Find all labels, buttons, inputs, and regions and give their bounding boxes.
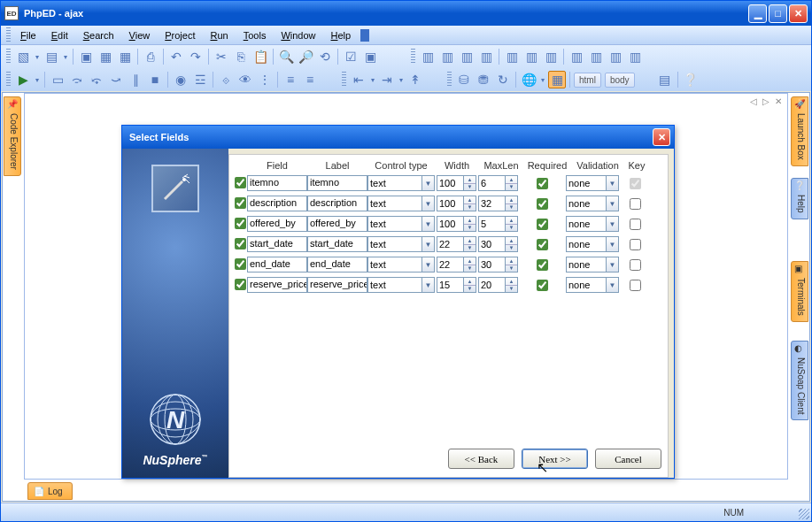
- db-refresh-icon[interactable]: ↻: [494, 71, 512, 88]
- maxlen-spinner[interactable]: ▲▼: [505, 236, 518, 252]
- breadcrumb-item[interactable]: html: [574, 73, 601, 88]
- minimize-button[interactable]: ▁: [748, 4, 767, 23]
- redo-icon[interactable]: ↷: [187, 48, 205, 65]
- include-checkbox[interactable]: [235, 238, 246, 249]
- label-input[interactable]: end_date: [307, 257, 367, 273]
- width-spinner[interactable]: ▲▼: [463, 236, 476, 252]
- bottom-tab-log[interactable]: 📄 Log: [27, 482, 73, 500]
- grip-icon[interactable]: [447, 72, 452, 88]
- maxlen-input[interactable]: [478, 175, 505, 191]
- maxlen-spinner[interactable]: ▲▼: [505, 196, 518, 211]
- dropdown-icon[interactable]: ▼: [606, 216, 619, 232]
- menu-search[interactable]: Search: [76, 28, 121, 42]
- validation-select[interactable]: [566, 175, 606, 191]
- dropdown-icon[interactable]: ▼: [421, 257, 435, 273]
- settings-icon[interactable]: ☑: [342, 48, 360, 65]
- control-type-select[interactable]: [367, 257, 421, 273]
- include-checkbox[interactable]: [235, 177, 246, 188]
- label-input[interactable]: start_date: [307, 236, 367, 252]
- dropdown-icon[interactable]: ▼: [606, 175, 619, 191]
- dropdown-icon[interactable]: ▼: [421, 277, 435, 293]
- nav-fwd-icon[interactable]: ⇥: [378, 71, 396, 88]
- sidebar-tab-terminals[interactable]: ▣ Terminals: [791, 261, 808, 322]
- label-input[interactable]: reserve_price: [307, 277, 367, 293]
- panel7-icon[interactable]: ▥: [542, 48, 560, 65]
- step-out-icon[interactable]: ⤻: [107, 71, 125, 88]
- search-next-icon[interactable]: 🔎: [297, 48, 314, 65]
- nav-up-icon[interactable]: ↟: [406, 71, 424, 88]
- control-type-select[interactable]: [367, 236, 421, 252]
- control-type-select[interactable]: [367, 277, 421, 293]
- step-into-icon[interactable]: ⤽: [88, 71, 105, 88]
- next-tab-icon[interactable]: ▷: [761, 96, 771, 106]
- db-icon[interactable]: ⛁: [455, 71, 473, 88]
- field-name-input[interactable]: end_date: [247, 257, 307, 273]
- menu-view[interactable]: View: [122, 28, 158, 42]
- dialog-close-button[interactable]: ✕: [653, 128, 670, 146]
- grip-icon[interactable]: [342, 72, 346, 88]
- menu-window[interactable]: Window: [274, 28, 322, 42]
- width-input[interactable]: [437, 257, 463, 273]
- required-checkbox[interactable]: [537, 259, 548, 271]
- width-input[interactable]: [437, 277, 463, 293]
- required-checkbox[interactable]: [537, 239, 548, 250]
- resize-grip-icon[interactable]: [799, 509, 809, 519]
- label-input[interactable]: description: [307, 196, 367, 211]
- maxlen-input[interactable]: [478, 257, 505, 273]
- close-button[interactable]: ✕: [789, 4, 808, 23]
- pause-icon[interactable]: ∥: [127, 71, 144, 88]
- panel6-icon[interactable]: ▥: [522, 48, 540, 65]
- control-type-select[interactable]: [367, 196, 421, 211]
- width-spinner[interactable]: ▲▼: [463, 277, 476, 293]
- width-input[interactable]: [437, 175, 463, 191]
- key-checkbox[interactable]: [630, 239, 641, 250]
- validation-select[interactable]: [566, 216, 606, 232]
- new-file-icon[interactable]: ▧: [14, 48, 32, 65]
- highlight-icon[interactable]: ▦: [548, 71, 566, 88]
- menu-project[interactable]: Project: [158, 28, 202, 42]
- validation-select[interactable]: [566, 277, 606, 293]
- dropdown-icon[interactable]: ▼: [421, 196, 435, 211]
- dropdown-icon[interactable]: ▾: [398, 76, 405, 84]
- panel9-icon[interactable]: ▥: [587, 48, 605, 65]
- maxlen-spinner[interactable]: ▲▼: [505, 277, 518, 293]
- field-name-input[interactable]: reserve_price: [247, 277, 307, 293]
- width-input[interactable]: [437, 196, 463, 211]
- menu-file[interactable]: File: [13, 28, 43, 42]
- sidebar-tab-help[interactable]: ❔ Help: [791, 178, 808, 219]
- undo-icon[interactable]: ↶: [167, 48, 185, 65]
- print-icon[interactable]: ⎙: [142, 48, 159, 65]
- maxlen-spinner[interactable]: ▲▼: [505, 216, 518, 232]
- step-over-icon[interactable]: ⤼: [68, 71, 86, 88]
- width-spinner[interactable]: ▲▼: [463, 196, 476, 211]
- field-name-input[interactable]: offered_by: [247, 216, 307, 232]
- dropdown-icon[interactable]: ▾: [539, 76, 546, 84]
- maxlen-spinner[interactable]: ▲▼: [505, 257, 518, 273]
- width-spinner[interactable]: ▲▼: [463, 175, 476, 191]
- maxlen-input[interactable]: [478, 236, 505, 252]
- dropdown-icon[interactable]: ▾: [34, 76, 41, 84]
- panel1-icon[interactable]: ▥: [419, 48, 437, 65]
- more2-icon[interactable]: ≡: [301, 71, 319, 88]
- cancel-button[interactable]: Cancel: [595, 449, 661, 469]
- next-button[interactable]: Next >>: [522, 449, 588, 469]
- grip-icon[interactable]: [6, 49, 11, 65]
- width-input[interactable]: [437, 236, 463, 252]
- dropdown-icon[interactable]: ▼: [421, 216, 435, 232]
- breadcrumb-item[interactable]: body: [605, 73, 635, 88]
- browse-icon[interactable]: 🌐: [520, 71, 537, 88]
- panel8-icon[interactable]: ▥: [568, 48, 585, 65]
- grip-icon[interactable]: [411, 49, 415, 65]
- required-checkbox[interactable]: [537, 178, 548, 189]
- breakpoint-icon[interactable]: ◉: [172, 71, 189, 88]
- maxlen-spinner[interactable]: ▲▼: [505, 175, 518, 191]
- sidebar-tab-nusoap[interactable]: ◐ NuSoap Client: [791, 341, 808, 420]
- prev-tab-icon[interactable]: ◁: [748, 96, 759, 106]
- panel10-icon[interactable]: ▥: [607, 48, 624, 65]
- dropdown-icon[interactable]: ▾: [34, 53, 41, 61]
- include-checkbox[interactable]: [235, 197, 246, 209]
- maximize-button[interactable]: □: [769, 4, 787, 23]
- debug-icon[interactable]: ▭: [49, 71, 66, 88]
- dropdown-icon[interactable]: ▼: [421, 175, 435, 191]
- required-checkbox[interactable]: [537, 219, 548, 230]
